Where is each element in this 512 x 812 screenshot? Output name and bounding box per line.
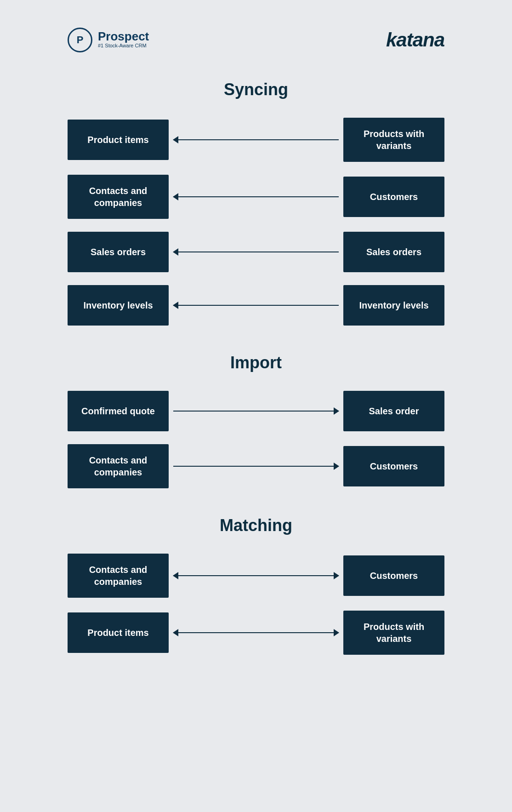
arrow-left-icon bbox=[173, 139, 339, 140]
import-arrow-2 bbox=[169, 466, 343, 467]
matching-right-1: Customers bbox=[343, 555, 444, 596]
syncing-row-1: Product items Products with variants bbox=[68, 118, 444, 162]
matching-left-1: Contacts and companies bbox=[68, 554, 169, 598]
syncing-row-3: Sales orders Sales orders bbox=[68, 232, 444, 272]
matching-row-1: Contacts and companies Customers bbox=[68, 554, 444, 598]
katana-logo: katana bbox=[386, 29, 444, 51]
syncing-left-2: Contacts and companies bbox=[68, 175, 169, 219]
import-left-2: Contacts and companies bbox=[68, 444, 169, 488]
syncing-arrow-1 bbox=[169, 139, 343, 140]
syncing-right-4: Inventory levels bbox=[343, 285, 444, 326]
arrow-right-icon bbox=[173, 466, 339, 467]
syncing-arrow-4 bbox=[169, 305, 343, 306]
syncing-row-2: Contacts and companies Customers bbox=[68, 175, 444, 219]
page-container: P Prospect #1 Stock-Aware CRM katana Syn… bbox=[58, 0, 454, 719]
arrow-right-icon bbox=[173, 411, 339, 412]
matching-arrow-1 bbox=[169, 575, 343, 576]
import-arrow-1 bbox=[169, 411, 343, 412]
import-left-1: Confirmed quote bbox=[68, 391, 169, 431]
syncing-left-4: Inventory levels bbox=[68, 285, 169, 326]
import-section: Import Confirmed quote Sales order Conta… bbox=[58, 353, 454, 488]
matching-section: Matching Contacts and companies Customer… bbox=[58, 516, 454, 655]
syncing-right-2: Customers bbox=[343, 177, 444, 217]
import-rows: Confirmed quote Sales order Contacts and… bbox=[58, 391, 454, 488]
matching-arrow-2 bbox=[169, 632, 343, 633]
syncing-rows: Product items Products with variants Con… bbox=[58, 118, 454, 326]
prospect-icon: P bbox=[68, 28, 92, 52]
import-right-1: Sales order bbox=[343, 391, 444, 431]
syncing-title: Syncing bbox=[224, 80, 288, 99]
import-row-1: Confirmed quote Sales order bbox=[68, 391, 444, 431]
prospect-tagline: #1 Stock-Aware CRM bbox=[98, 42, 149, 49]
import-title: Import bbox=[230, 353, 282, 372]
syncing-right-1: Products with variants bbox=[343, 118, 444, 162]
import-row-2: Contacts and companies Customers bbox=[68, 444, 444, 488]
syncing-section: Syncing Product items Products with vari… bbox=[58, 80, 454, 326]
arrow-left-icon bbox=[173, 305, 339, 306]
syncing-arrow-3 bbox=[169, 252, 343, 252]
header: P Prospect #1 Stock-Aware CRM katana bbox=[58, 28, 454, 52]
matching-right-2: Products with variants bbox=[343, 611, 444, 655]
matching-left-2: Product items bbox=[68, 612, 169, 653]
syncing-right-3: Sales orders bbox=[343, 232, 444, 272]
import-right-2: Customers bbox=[343, 446, 444, 486]
prospect-name: Prospect bbox=[98, 30, 149, 42]
prospect-logo: P Prospect #1 Stock-Aware CRM bbox=[68, 28, 149, 52]
syncing-arrow-2 bbox=[169, 196, 343, 197]
arrow-both-icon bbox=[173, 575, 339, 576]
matching-title: Matching bbox=[220, 516, 292, 535]
arrow-left-icon bbox=[173, 252, 339, 252]
matching-rows: Contacts and companies Customers Product… bbox=[58, 554, 454, 655]
arrow-left-icon bbox=[173, 196, 339, 197]
syncing-row-4: Inventory levels Inventory levels bbox=[68, 285, 444, 326]
syncing-left-3: Sales orders bbox=[68, 232, 169, 272]
prospect-text: Prospect #1 Stock-Aware CRM bbox=[98, 30, 149, 49]
syncing-left-1: Product items bbox=[68, 120, 169, 160]
matching-row-2: Product items Products with variants bbox=[68, 611, 444, 655]
arrow-both-icon bbox=[173, 632, 339, 633]
